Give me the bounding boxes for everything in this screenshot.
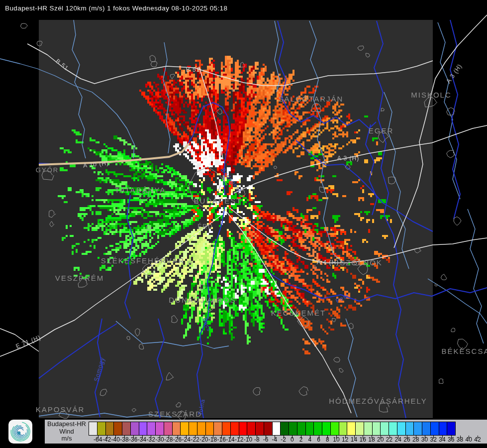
legend-tick-label: -6 [263,436,269,443]
legend-color-cell [222,422,231,436]
legend-tick-label: 6 [317,436,320,443]
legend-tick-label: -34 [138,436,146,443]
legend-tick-label: -42 [102,436,111,443]
page-title: Budapest-HR Szél 120km (m/s) 1 fokos Wed… [5,4,227,12]
legend-color-bar [89,422,456,436]
legend-color-cell [189,422,197,436]
legend-color-cell [239,422,248,436]
legend-tick-label: 8 [326,436,329,443]
legend-color-cell [122,422,131,436]
legend-tick-label: -64 [94,436,102,443]
city-label: BÉKÉSCSABA [442,347,487,355]
legend-tick-label: 36 [448,436,454,443]
legend-tick-label: -8 [254,436,260,443]
legend-tick-label: -16 [217,436,226,443]
legend-color-cell [389,422,397,436]
legend-tick-label: 4 [308,436,311,443]
city-label: SZÉKESFEHÉRVÁR [101,256,185,265]
legend-tick-label: 2 [299,436,303,443]
legend-color-cell [413,422,422,436]
city-label: ÉRD [197,223,213,230]
legend-color-cell [305,422,314,436]
legend-color-cell [89,422,97,436]
legend-tick-label: 14 [351,436,357,443]
city-label: DUNAÚJVÁROS [169,296,236,304]
legend-color-cell [180,422,189,436]
city-label: VESZPRÉM [55,274,104,282]
legend-color-cell [113,422,122,436]
legend-product: Wind [45,428,89,436]
legend-color-cell [205,422,214,436]
legend-tick-label: 34 [439,436,445,443]
city-label: MISKOLC [411,91,452,99]
legend-color-cell [97,422,106,436]
city-label: KECSKEMÉT [271,309,326,317]
legend-color-cell [380,422,389,436]
legend-color-cell [264,422,273,436]
legend-tick-label: -26 [173,436,182,443]
legend-color-cell [364,422,373,436]
legend-color-cell [272,422,281,436]
city-label: SALGÓTARJÁN [279,95,344,103]
legend-color-cell [164,422,173,436]
legend-tick-label: -22 [191,436,199,443]
legend-tick-label: -2 [281,436,286,443]
legend-tick-label: -4 [272,436,277,443]
legend-tick-label: 22 [386,436,392,443]
legend-color-cell [447,422,456,436]
road-label: A 4 (H) [317,259,339,266]
legend-tick-label: 20 [377,436,384,443]
legend-color-cell [105,422,114,436]
legend-tick-label: 26 [403,436,410,443]
legend-color-cell [422,422,431,436]
legend-tick-label: 38 [457,436,463,443]
legend-source: Budapest-HR [45,421,89,428]
legend-tick-label: 24 [395,436,401,443]
road-label: B 51 [186,66,200,73]
legend-units: m/s [45,435,89,443]
legend-tick-label: 30 [421,436,428,443]
legend-tick-label: -30 [155,436,164,443]
legend-color-cell [313,422,322,436]
city-label: TATABÁNYA [115,186,166,194]
legend-color-cell [172,422,181,436]
legend-tick-label: -10 [244,436,252,443]
legend-tick-label: 28 [412,436,419,443]
legend-tick-label: -32 [147,436,155,443]
legend-tick-label: 32 [430,436,437,443]
radar-spiral-logo-icon [8,420,32,444]
legend-color-cell [247,422,256,436]
legend-panel: Budapest-HR Wind m/s -64-42-40-38-36-34-… [45,420,487,444]
city-label: GYŐR [36,166,59,174]
legend-tick-label: 18 [368,436,375,443]
city-label: EGER [369,126,394,135]
legend-color-cell [130,422,139,436]
legend-color-cell [139,422,148,436]
legend-color-cell [405,422,414,436]
radar-map-canvas [0,0,487,448]
legend-color-cell [280,422,289,436]
legend-color-cell [355,422,364,436]
legend-color-cell [255,422,264,436]
road-label: A 3 (H) [337,155,359,162]
legend-tick-label: 12 [342,436,348,443]
legend-color-cell [289,422,297,436]
city-label: HÓDMEZŐVÁSÁRHELY [329,397,427,405]
legend-tick-label: -36 [129,436,137,443]
legend-tick-label: 10 [333,436,339,443]
radar-app-window: { "header": { "title": "Budapest-HR Szél… [0,0,487,448]
legend-tick-label: -20 [199,436,208,443]
legend-color-cell [430,422,439,436]
legend-tick-label: 16 [360,436,366,443]
legend-color-cell [347,422,356,436]
legend-color-cell [339,422,348,436]
legend-color-cell [397,422,406,436]
city-label: BUDAPEST [194,197,242,205]
city-label: KAPOSVÁR [36,405,85,414]
legend-tick-label: -40 [111,436,120,443]
legend-tick-label: -38 [120,436,128,443]
legend-tick-label: -14 [226,436,234,443]
legend-color-cell [330,422,339,436]
city-label: SZEKSZÁRD [148,410,202,418]
legend-color-cell [147,422,156,436]
